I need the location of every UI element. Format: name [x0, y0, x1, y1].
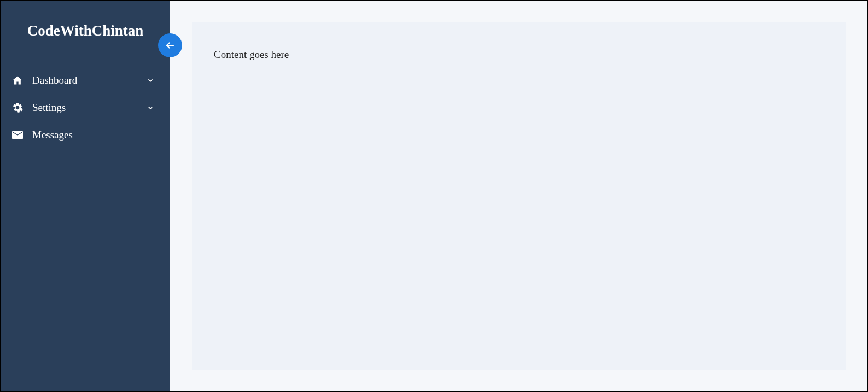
nav-list: Dashboard Settings [1, 67, 170, 149]
arrow-left-icon [165, 40, 175, 50]
sidebar-item-messages[interactable]: Messages [11, 121, 159, 149]
sidebar-item-settings[interactable]: Settings [11, 94, 159, 121]
content-text: Content goes here [214, 49, 289, 60]
sidebar-item-label: Messages [32, 129, 159, 141]
sidebar: CodeWithChintan Dashboard [1, 1, 170, 391]
main-area: Content goes here [170, 1, 867, 391]
sidebar-toggle-button[interactable] [158, 33, 182, 57]
chevron-down-icon [146, 103, 155, 112]
sidebar-item-label: Dashboard [32, 74, 146, 86]
content-panel: Content goes here [192, 22, 846, 370]
sidebar-item-label: Settings [32, 102, 146, 114]
chevron-down-icon [146, 76, 155, 85]
sidebar-item-dashboard[interactable]: Dashboard [11, 67, 159, 94]
home-icon [11, 74, 24, 86]
envelope-icon [11, 129, 24, 141]
brand-title: CodeWithChintan [1, 17, 170, 67]
gear-icon [11, 102, 24, 114]
